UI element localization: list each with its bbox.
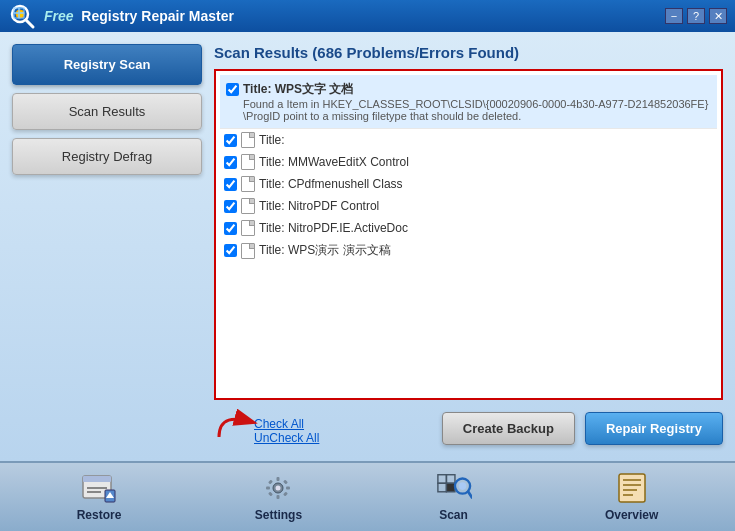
svg-point-1 <box>16 10 24 18</box>
sidebar-item-registry-scan[interactable]: Registry Scan <box>12 44 202 85</box>
results-container[interactable]: Title: WPS文字 文档 Found a Item in HKEY_CLA… <box>214 69 723 400</box>
result-item-4: Title: NitroPDF Control <box>220 195 717 217</box>
panel-title: Scan Results (686 Problems/Errors Found) <box>214 44 723 61</box>
svg-point-29 <box>458 482 466 490</box>
result-label-1: Title: <box>259 133 285 147</box>
file-icon-6 <box>241 243 255 259</box>
sidebar-item-registry-defrag[interactable]: Registry Defrag <box>12 138 202 175</box>
svg-rect-9 <box>83 476 111 482</box>
title-bar: Free Registry Repair Master − ? ✕ <box>0 0 735 32</box>
result-checkbox-1[interactable] <box>224 134 237 147</box>
svg-rect-27 <box>446 483 455 492</box>
result-checkbox-6[interactable] <box>224 244 237 257</box>
result-item-0: Title: WPS文字 文档 Found a Item in HKEY_CLA… <box>220 75 717 129</box>
result-item-5: Title: NitroPDF.IE.ActiveDoc <box>220 217 717 239</box>
result-checkbox-3[interactable] <box>224 178 237 191</box>
footer-item-scan[interactable]: Scan <box>424 468 484 526</box>
app-logo <box>8 2 36 30</box>
svg-line-30 <box>468 492 472 498</box>
footer-overview-label: Overview <box>605 508 658 522</box>
sidebar-item-scan-results[interactable]: Scan Results <box>12 93 202 130</box>
svg-line-2 <box>26 20 33 27</box>
result-item-6: Title: WPS演示 演示文稿 <box>220 239 717 262</box>
arrow-icon <box>214 402 264 442</box>
links-left: Check All UnCheck All <box>214 417 319 445</box>
svg-rect-16 <box>277 477 280 481</box>
result-item-3: Title: CPdfmenushell Class <box>220 173 717 195</box>
svg-rect-20 <box>268 480 273 485</box>
action-buttons: Create Backup Repair Registry <box>442 412 723 445</box>
file-icon-5 <box>241 220 255 236</box>
main-content: Registry Scan Scan Results Registry Defr… <box>0 32 735 461</box>
file-icon-1 <box>241 132 255 148</box>
file-icon-2 <box>241 154 255 170</box>
restore-icon <box>81 472 117 504</box>
footer-item-settings[interactable]: Settings <box>243 468 314 526</box>
file-icon-4 <box>241 198 255 214</box>
svg-rect-17 <box>277 495 280 499</box>
help-button[interactable]: ? <box>687 8 705 24</box>
svg-rect-26 <box>437 483 446 492</box>
bottom-links: Check All UnCheck All Create Backup Repa… <box>214 408 723 449</box>
scan-icon <box>436 472 472 504</box>
settings-icon <box>260 472 296 504</box>
footer-settings-label: Settings <box>255 508 302 522</box>
result-label-2: Title: MMWaveEditX Control <box>259 155 409 169</box>
footer-scan-label: Scan <box>439 508 468 522</box>
svg-rect-23 <box>283 492 288 497</box>
svg-rect-24 <box>437 475 446 484</box>
result-detail-0: Found a Item in HKEY_CLASSES_ROOT\CLSID\… <box>243 98 711 122</box>
footer-item-overview[interactable]: Overview <box>593 468 670 526</box>
svg-rect-18 <box>266 487 270 490</box>
left-panel: Registry Scan Scan Results Registry Defr… <box>12 44 202 449</box>
result-label-5: Title: NitroPDF.IE.ActiveDoc <box>259 221 408 235</box>
result-label-4: Title: NitroPDF Control <box>259 199 379 213</box>
result-checkbox-4[interactable] <box>224 200 237 213</box>
svg-rect-25 <box>446 475 455 484</box>
result-title-0: Title: WPS文字 文档 <box>243 81 711 98</box>
result-label-6: Title: WPS演示 演示文稿 <box>259 242 391 259</box>
footer-restore-label: Restore <box>77 508 122 522</box>
right-panel: Scan Results (686 Problems/Errors Found)… <box>214 44 723 449</box>
result-item-2: Title: MMWaveEditX Control <box>220 151 717 173</box>
svg-point-15 <box>276 486 281 491</box>
result-item-1: Title: <box>220 129 717 151</box>
footer-item-restore[interactable]: Restore <box>65 468 134 526</box>
svg-rect-21 <box>283 480 288 485</box>
app-title: Free Registry Repair Master <box>44 8 665 24</box>
result-checkbox-2[interactable] <box>224 156 237 169</box>
result-checkbox-5[interactable] <box>224 222 237 235</box>
repair-registry-button[interactable]: Repair Registry <box>585 412 723 445</box>
svg-rect-31 <box>619 474 645 502</box>
svg-rect-22 <box>268 492 273 497</box>
result-label-3: Title: CPdfmenushell Class <box>259 177 403 191</box>
arrow-container <box>214 402 264 445</box>
create-backup-button[interactable]: Create Backup <box>442 412 575 445</box>
overview-icon <box>614 472 650 504</box>
result-checkbox-0[interactable] <box>226 83 239 96</box>
close-button[interactable]: ✕ <box>709 8 727 24</box>
file-icon-3 <box>241 176 255 192</box>
svg-rect-19 <box>286 487 290 490</box>
footer-toolbar: Restore Settings <box>0 461 735 531</box>
minimize-button[interactable]: − <box>665 8 683 24</box>
